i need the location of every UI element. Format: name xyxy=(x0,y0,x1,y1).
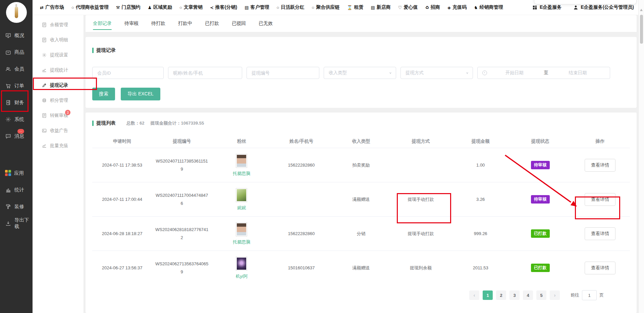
perfume-bottle-icon xyxy=(15,7,18,18)
sidebar-item-members[interactable]: 会员 xyxy=(0,60,33,77)
view-detail-button[interactable]: 查看详情 xyxy=(585,262,615,274)
page-button-4[interactable]: 4 xyxy=(523,290,533,300)
submenu-label: 批量充值 xyxy=(50,143,68,149)
fan-nickname[interactable]: 妮妮 xyxy=(237,205,246,211)
service-menu[interactable]: E企盈服务 xyxy=(532,4,561,10)
apps-icon xyxy=(5,170,11,176)
nickname-name-phone-input[interactable] xyxy=(168,67,242,79)
member-id-input[interactable] xyxy=(92,67,164,79)
account-menu[interactable]: E企盈服务(公众号管理员) xyxy=(573,4,634,10)
sidebar-item-export-download[interactable]: 导出下载 xyxy=(0,215,33,232)
sidebar-item-goods[interactable]: 商品 xyxy=(0,44,33,60)
submenu-label: 收益广告 xyxy=(50,128,68,134)
search-button[interactable]: 搜索 xyxy=(92,88,115,100)
submenu-item-revenue-ads[interactable]: 收益广告 xyxy=(33,123,84,138)
chevron-down-icon: ∨ xyxy=(389,71,392,75)
submenu-label: 积分管理 xyxy=(50,97,68,103)
withdraw-method-select[interactable]: 提现方式∨ xyxy=(400,67,473,79)
topnav-item-dealer-mgmt[interactable]: ♞经销商管理 xyxy=(474,4,503,10)
fan-avatar[interactable] xyxy=(236,188,247,202)
topnav-label: 文章营销 xyxy=(184,4,203,10)
topnav-item-region-reward[interactable]: ♟区域奖励 xyxy=(148,4,172,10)
topnav-item-lease[interactable]: ⌛租赁 xyxy=(347,4,363,10)
page-button-3[interactable]: 3 xyxy=(509,290,520,300)
topnav-label: 广告市场 xyxy=(45,4,64,10)
section-accent-bar xyxy=(92,121,94,126)
sidebar-item-messages[interactable]: 消息… xyxy=(0,128,33,144)
view-detail-button[interactable]: 查看详情 xyxy=(585,227,615,240)
topnav-item-new-store[interactable]: ▤新店商 xyxy=(371,4,390,10)
sidebar-item-overview[interactable]: 概况 xyxy=(0,27,33,44)
topnav-item-love-value[interactable]: ♡爱心值 xyxy=(398,4,418,10)
topnav-item-store-booking[interactable]: ⚒门店预约 xyxy=(116,4,141,10)
view-detail-button[interactable]: 查看详情 xyxy=(585,159,615,172)
fan-avatar[interactable] xyxy=(236,257,247,271)
filter-section-title: 提现记录 xyxy=(96,47,116,53)
page-button-5[interactable]: 5 xyxy=(536,290,546,300)
fan-nickname[interactable]: 机yi阿 xyxy=(236,273,248,279)
tab-pending-payment[interactable]: 待打款 xyxy=(151,15,165,32)
sidebar-item-decorate[interactable]: 装修 xyxy=(0,198,33,215)
topnav-item-ad-market[interactable]: ⇄广告市场 xyxy=(40,4,64,10)
topnav-item-article-marketing[interactable]: ○文章营销 xyxy=(179,4,203,10)
document-icon xyxy=(42,37,47,43)
submenu-item-income-detail[interactable]: 收入明细 xyxy=(33,32,84,47)
topnav-item-supply-chain[interactable]: ○聚合供应链 xyxy=(312,4,339,10)
topnav-label: 爱心值 xyxy=(404,4,418,10)
topnav-label: 代理商收益管理 xyxy=(76,4,109,10)
tab-pending-review[interactable]: 待审核 xyxy=(124,15,139,32)
topnav-item-agent-revenue[interactable]: ○代理商收益管理 xyxy=(71,4,109,10)
goto-label: 前往 xyxy=(571,292,579,298)
sidebar-item-orders[interactable]: 订单 xyxy=(0,77,33,94)
fan-avatar[interactable] xyxy=(236,222,247,236)
income-type-select[interactable]: 收入类型∨ xyxy=(324,67,396,79)
date-range-picker[interactable]: 开始日期至结束日期 xyxy=(477,67,610,79)
page-button-2[interactable]: 2 xyxy=(496,290,506,300)
export-excel-button[interactable]: 导出 EXCEL xyxy=(121,88,160,100)
sidebar-item-statistics[interactable]: 统计 xyxy=(0,181,33,198)
name-phone: 15622282860 xyxy=(271,231,331,236)
next-page-button[interactable]: › xyxy=(550,290,560,300)
members-icon xyxy=(5,66,11,72)
submenu-item-transfer-review[interactable]: 转账审核3 xyxy=(33,108,84,123)
sidebar-item-label: 应用 xyxy=(14,170,24,176)
goto-page-input[interactable] xyxy=(582,290,597,300)
submenu-item-withdraw-records[interactable]: 提现记录 xyxy=(33,78,84,93)
topnav-item-investment[interactable]: ♻招商 xyxy=(425,4,440,10)
topnav-item-customer-mgmt[interactable]: ▤客户管理 xyxy=(245,4,269,10)
sidebar-item-system[interactable]: 系统 xyxy=(0,111,33,128)
topnav-item-daily-dividend[interactable]: ○日活跃分红 xyxy=(276,4,304,10)
submenu-item-balance[interactable]: 余额管理 xyxy=(33,17,84,32)
brand-logo[interactable] xyxy=(6,2,27,23)
fan-nickname[interactable]: 托腮思脑 xyxy=(233,171,250,177)
left-sidebar: 概况 商品 会员 订单 财务 系统 消息… 应用 统计 装修 导出下载 xyxy=(0,0,33,313)
submenu-item-points-mgmt[interactable]: 积分管理 xyxy=(33,93,84,108)
submenu-item-withdraw-settings[interactable]: 提现设置 xyxy=(33,47,84,62)
withdraw-number-input[interactable] xyxy=(247,67,319,79)
scrollbar-up-arrow[interactable] xyxy=(640,9,643,11)
scrollbar-thumb[interactable] xyxy=(640,15,643,44)
status-tabs: 全部记录 待审核 待打款 打款中 已打款 已驳回 已无效 xyxy=(86,15,637,32)
tab-paying[interactable]: 打款中 xyxy=(178,15,192,32)
amount: 999.26 xyxy=(451,231,511,236)
tab-all-records[interactable]: 全部记录 xyxy=(93,15,112,32)
sidebar-item-apps[interactable]: 应用 xyxy=(0,165,33,181)
tab-rejected[interactable]: 已驳回 xyxy=(232,15,246,32)
submenu-item-withdraw-stats[interactable]: 提现统计 xyxy=(33,62,84,78)
list-section-title: 提现列表 xyxy=(96,120,116,126)
view-detail-button[interactable]: 查看详情 xyxy=(585,193,615,206)
scrollbar[interactable] xyxy=(638,0,644,313)
fan-avatar[interactable] xyxy=(236,154,247,168)
prev-page-button[interactable]: ‹ xyxy=(469,290,479,300)
name-phone: 15622282860 xyxy=(271,163,331,168)
topnav-item-recharge-code[interactable]: ◈充值码 xyxy=(447,4,467,10)
submenu-item-batch-recharge[interactable]: 批量充值 xyxy=(33,138,84,153)
tab-paid[interactable]: 已打款 xyxy=(205,15,219,32)
page-button-1[interactable]: 1 xyxy=(483,290,493,300)
chevron-down-icon: ∨ xyxy=(466,71,469,75)
tab-invalid[interactable]: 已无效 xyxy=(259,15,273,32)
fan-nickname[interactable]: 托腮思脑 xyxy=(233,239,250,245)
sidebar-item-finance[interactable]: 财务 xyxy=(0,94,33,111)
topnav-item-distribution[interactable]: ≺推客(分销) xyxy=(210,4,237,10)
gear-icon xyxy=(42,52,47,58)
